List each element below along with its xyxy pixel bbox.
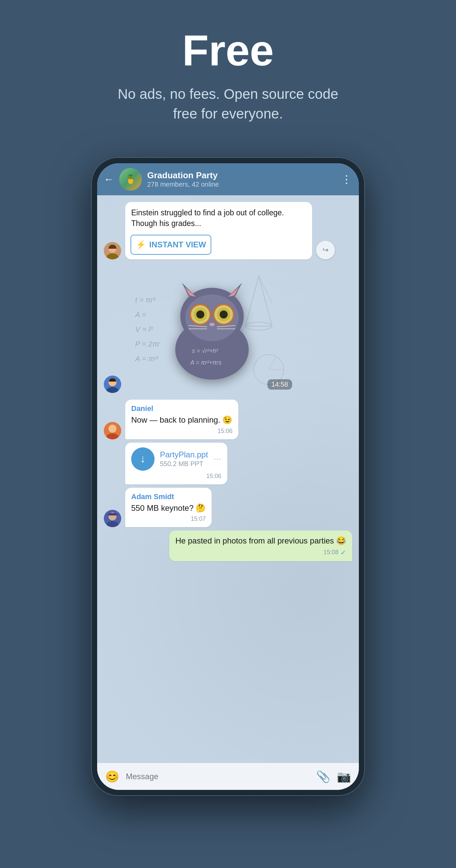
svg-line-13 <box>269 357 276 370</box>
download-arrow-icon: ↓ <box>140 453 146 465</box>
male2-avatar <box>104 422 121 439</box>
article-card-wrapper: Einstein struggled to find a job out of … <box>125 202 312 259</box>
svg-point-26 <box>220 310 228 318</box>
lightning-icon: ⚡ <box>136 240 146 249</box>
daniel-time: 15:06 <box>131 428 232 435</box>
header-info: Graduation Party 278 members, 42 online <box>147 170 336 188</box>
phone-outer: ← 🍍 Graduation Party 278 members, 42 onl… <box>91 157 365 796</box>
file-info: PartyPlan.ppt 550.2 MB PPT <box>160 450 208 468</box>
group-avatar: 🍍 <box>119 168 142 191</box>
share-button-wrapper: ↪ <box>316 241 335 259</box>
file-size: 550.2 MB PPT <box>160 460 208 468</box>
svg-marker-16 <box>182 283 197 298</box>
male3-avatar <box>104 510 121 527</box>
instant-view-label: INSTANT VIEW <box>149 240 206 249</box>
daniel-sender: Daniel <box>131 404 232 413</box>
outgoing-text: He pasted in photos from all previous pa… <box>175 535 346 547</box>
hero-title: Free <box>13 27 443 74</box>
daniel-text: Now — back to planning. 😉 <box>131 414 232 426</box>
adam-message-row: Adam Smidt 550 MB keynote? 🤔 15:07 <box>104 488 352 527</box>
input-bar: 😊 📎 📷 <box>97 763 359 790</box>
file-time: 15:06 <box>131 473 221 480</box>
article-text-area: Einstein struggled to find a job out of … <box>125 202 312 231</box>
svg-point-25 <box>196 310 204 318</box>
male1-avatar-svg <box>104 376 121 393</box>
sticker-message: t = πr² A = V = l³ P = 2πr A = πr² <box>104 266 352 393</box>
share-button[interactable]: ↪ <box>316 241 335 259</box>
back-button[interactable]: ← <box>104 174 114 185</box>
adam-text: 550 MB keynote? 🤔 <box>131 502 206 514</box>
file-name: PartyPlan.ppt <box>160 450 208 459</box>
outgoing-bubble: He pasted in photos from all previous pa… <box>169 530 352 561</box>
group-status: 278 members, 42 online <box>147 181 336 188</box>
daniel-bubble: Daniel Now — back to planning. 😉 15:06 <box>125 400 238 439</box>
attach-button[interactable]: 📎 <box>316 770 330 783</box>
file-row: ↓ PartyPlan.ppt 550.2 MB PPT ⋯ <box>131 447 221 471</box>
instant-view-button[interactable]: ⚡ INSTANT VIEW <box>130 235 211 255</box>
camera-button[interactable]: 📷 <box>337 770 351 783</box>
outgoing-message-row: He pasted in photos from all previous pa… <box>104 530 352 561</box>
outgoing-time-value: 15:08 <box>324 549 338 556</box>
svg-rect-46 <box>107 515 118 516</box>
svg-marker-17 <box>227 283 242 298</box>
read-check-icon: ✓ <box>340 549 346 557</box>
daniel-message-row: Daniel Now — back to planning. 😉 15:06 <box>104 400 352 439</box>
message-input[interactable] <box>126 769 309 784</box>
female-avatar <box>104 242 121 259</box>
group-avatar-emoji: 🍍 <box>125 174 136 184</box>
article-message-row: Einstein struggled to find a job out of … <box>104 202 352 259</box>
article-snippet: Einstein struggled to find a job out of … <box>131 207 306 229</box>
phone-inner: ← 🍍 Graduation Party 278 members, 42 onl… <box>97 163 359 790</box>
chat-body: Einstein struggled to find a job out of … <box>97 195 359 763</box>
file-message-row: ↓ PartyPlan.ppt 550.2 MB PPT ⋯ 15:06 <box>104 443 352 485</box>
file-download-icon[interactable]: ↓ <box>131 447 155 471</box>
hero-section: Free No ads, no fees. Open source code f… <box>0 0 456 144</box>
file-bubble: ↓ PartyPlan.ppt 550.2 MB PPT ⋯ 15:06 <box>125 443 227 485</box>
male3-avatar-svg <box>104 510 121 527</box>
male2-avatar-svg <box>104 422 121 439</box>
adam-time: 15:07 <box>131 516 206 523</box>
group-name: Graduation Party <box>147 170 336 181</box>
svg-point-30 <box>209 323 215 326</box>
article-card: Einstein struggled to find a job out of … <box>125 202 312 259</box>
sticker-time: 14:58 <box>267 379 292 390</box>
cat-sticker: s = √r²+h² A = πr²+πrs <box>162 273 262 386</box>
adam-bubble: Adam Smidt 550 MB keynote? 🤔 15:07 <box>125 488 212 527</box>
male1-avatar <box>104 376 121 393</box>
sticker-container: t = πr² A = V = l³ P = 2πr A = πr² <box>125 266 299 393</box>
emoji-button[interactable]: 😊 <box>105 770 119 783</box>
more-menu-button[interactable]: ⋮ <box>341 173 352 186</box>
adam-sender: Adam Smidt <box>131 492 206 501</box>
chat-body-bottom-spacer <box>104 564 352 571</box>
file-more-button[interactable]: ⋯ <box>213 454 221 464</box>
chat-header: ← 🍍 Graduation Party 278 members, 42 onl… <box>97 163 359 195</box>
phone-mockup: ← 🍍 Graduation Party 278 members, 42 onl… <box>91 157 365 796</box>
outgoing-time: 15:08 ✓ <box>175 549 346 557</box>
svg-point-40 <box>109 425 116 432</box>
svg-text:A = πr²+πrs: A = πr²+πrs <box>190 359 221 366</box>
sticker-row: t = πr² A = V = l³ P = 2πr A = πr² <box>104 266 352 393</box>
female-avatar-svg <box>104 242 121 259</box>
hero-subtitle: No ads, no fees. Open source code free f… <box>111 85 345 124</box>
svg-text:s = √r²+h²: s = √r²+h² <box>192 347 218 354</box>
